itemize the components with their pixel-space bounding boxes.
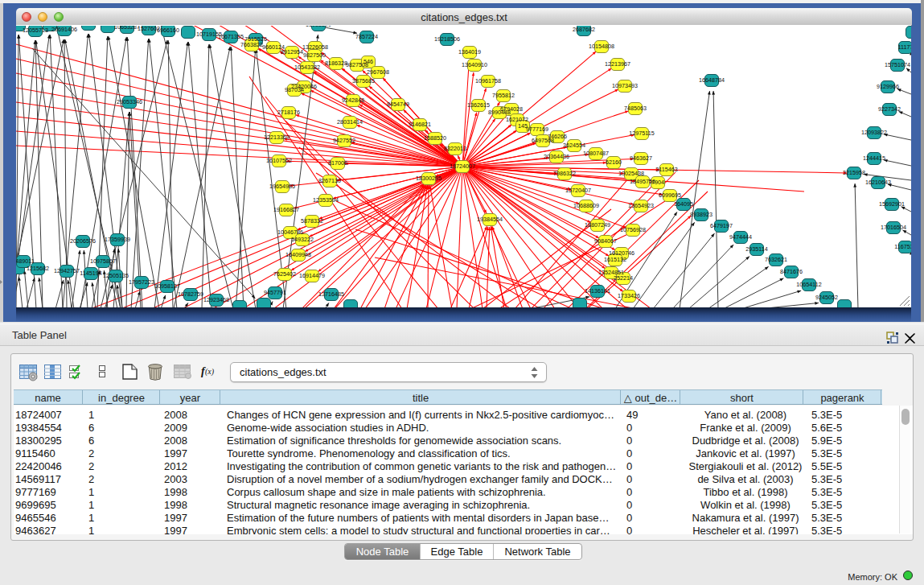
svg-text:12923468: 12923468 (203, 296, 229, 303)
svg-text:8912954: 8912954 (281, 48, 303, 56)
svg-text:15692901: 15692901 (879, 200, 905, 208)
svg-text:1588520: 1588520 (424, 134, 446, 142)
svg-text:13226058: 13226058 (302, 43, 328, 51)
svg-text:3875685: 3875685 (352, 77, 375, 84)
svg-text:7986322: 7986322 (553, 170, 576, 177)
svg-text:1167534: 1167534 (894, 243, 911, 250)
svg-text:10046786: 10046786 (277, 229, 303, 236)
svg-text:19654985: 19654985 (269, 183, 295, 190)
svg-text:6966160: 6966160 (157, 27, 179, 34)
svg-text:20691406: 20691406 (51, 26, 77, 33)
svg-text:12975115: 12975115 (629, 130, 654, 137)
svg-text:19384554: 19384554 (477, 216, 503, 223)
svg-text:1215682: 1215682 (27, 265, 49, 272)
svg-text:2718176: 2718176 (277, 109, 300, 116)
svg-text:1615132: 1615132 (604, 256, 626, 263)
svg-text:252214: 252214 (614, 274, 633, 282)
svg-text:13640910: 13640910 (462, 61, 487, 68)
svg-text:7663822: 7663822 (240, 41, 263, 48)
svg-text:11177: 11177 (898, 43, 911, 51)
svg-text:8938923: 8938923 (690, 211, 713, 218)
svg-text:3624554: 3624554 (563, 142, 585, 149)
svg-text:19166827: 19166827 (273, 206, 299, 213)
svg-text:20364436: 20364436 (544, 153, 569, 160)
svg-text:18807249: 18807249 (585, 221, 610, 229)
svg-text:29053346: 29053346 (117, 98, 142, 105)
svg-text:5878332: 5878332 (301, 217, 323, 225)
svg-text:16671355: 16671355 (218, 33, 244, 40)
svg-text:8267130: 8267130 (318, 177, 341, 184)
svg-text:2935114: 2935114 (745, 245, 767, 253)
svg-text:7955812: 7955812 (492, 92, 515, 99)
svg-text:10958137: 10958137 (154, 282, 180, 290)
svg-text:8471676: 8471676 (780, 268, 803, 275)
svg-text:10654112: 10654112 (796, 281, 821, 288)
svg-text:14136141: 14136141 (585, 287, 610, 295)
svg-text:18724007: 18724007 (450, 163, 475, 170)
svg-text:7857224: 7857224 (355, 33, 378, 40)
svg-text:746266: 746266 (548, 133, 567, 140)
svg-text:(x): (x) (205, 367, 215, 377)
svg-text:3115463: 3115463 (655, 166, 677, 173)
svg-text:15751074: 15751074 (885, 61, 910, 68)
svg-text:12213369: 12213369 (264, 134, 290, 141)
svg-text:18300295: 18300295 (416, 175, 441, 182)
svg-text:9129966: 9129966 (877, 83, 899, 90)
svg-text:16648784: 16648784 (699, 76, 725, 84)
svg-text:10975867: 10975867 (90, 257, 116, 265)
svg-text:9474444: 9474444 (729, 233, 752, 241)
svg-text:9427552: 9427552 (333, 137, 355, 144)
svg-text:10653287: 10653287 (114, 26, 140, 31)
svg-text:10756928: 10756928 (620, 226, 646, 233)
svg-text:10807487: 10807487 (583, 150, 609, 157)
svg-text:1733426: 1733426 (618, 292, 640, 299)
svg-text:5493222: 5493222 (291, 236, 314, 243)
svg-text:16107552: 16107552 (266, 157, 292, 164)
svg-text:12093822: 12093822 (861, 129, 887, 136)
svg-text:9463627: 9463627 (630, 154, 652, 162)
svg-text:13716485: 13716485 (318, 290, 344, 298)
svg-text:7485063: 7485063 (624, 105, 647, 112)
svg-text:1145194: 1145194 (80, 270, 101, 277)
svg-text:8454749: 8454749 (387, 101, 409, 108)
svg-text:8322013: 8322013 (444, 145, 466, 152)
svg-text:9242848: 9242848 (342, 97, 364, 104)
svg-text:10025438: 10025438 (618, 170, 644, 177)
svg-text:987034: 987034 (285, 86, 304, 93)
svg-text:16782759: 16782759 (178, 290, 203, 298)
svg-text:546: 546 (363, 58, 373, 65)
svg-text:17016504: 17016504 (881, 224, 906, 231)
svg-text:9084067: 9084067 (594, 237, 617, 245)
svg-text:10961758: 10961758 (475, 77, 501, 84)
svg-text:6479197: 6479197 (710, 222, 733, 229)
svg-text:9777169: 9777169 (526, 126, 548, 133)
svg-text:12353594: 12353594 (313, 196, 339, 204)
svg-text:16210643: 16210643 (865, 179, 891, 186)
svg-text:12942757: 12942757 (54, 267, 80, 274)
svg-text:17957223: 17957223 (129, 278, 154, 286)
svg-text:3215958: 3215958 (843, 169, 865, 176)
svg-text:10154808: 10154808 (589, 43, 614, 50)
svg-text:817006: 817006 (328, 159, 347, 167)
svg-text:2967608: 2967608 (367, 68, 389, 76)
svg-text:10543382: 10543382 (294, 64, 320, 71)
svg-text:10973493: 10973493 (612, 82, 638, 89)
svg-text:16914479: 16914479 (299, 272, 325, 279)
svg-text:9146821: 9146821 (409, 121, 431, 128)
svg-text:20206576: 20206576 (70, 237, 96, 245)
svg-text:19218506: 19218506 (434, 35, 460, 43)
svg-text:15720407: 15720407 (565, 187, 591, 194)
svg-text:7625402: 7625402 (273, 270, 296, 278)
svg-text:6099695: 6099695 (659, 192, 681, 199)
svg-text:8186328: 8186328 (325, 60, 347, 67)
svg-text:12055713: 12055713 (23, 27, 48, 34)
svg-text:10688609: 10688609 (573, 202, 599, 209)
svg-text:9227342: 9227342 (878, 105, 901, 113)
svg-text:164095: 164095 (674, 200, 693, 208)
svg-text:6794028: 6794028 (500, 105, 523, 113)
svg-text:12213967: 12213967 (605, 60, 630, 68)
svg-text:2687682: 2687682 (573, 26, 595, 33)
svg-text:9489011: 9489011 (16, 257, 35, 265)
svg-text:12505135: 12505135 (103, 272, 129, 279)
svg-text:1364019: 1364019 (458, 48, 481, 56)
